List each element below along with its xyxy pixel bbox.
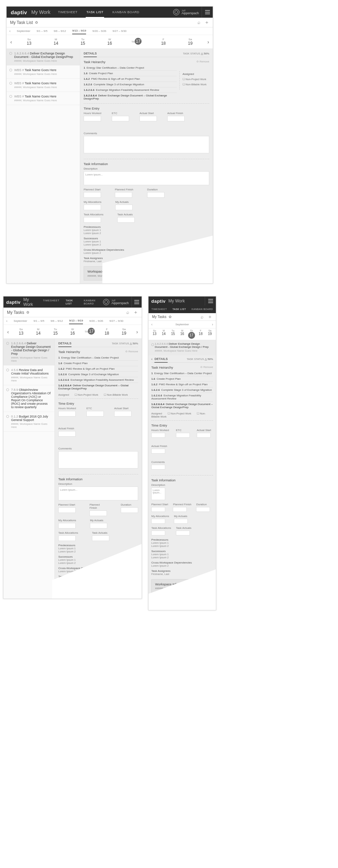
non-billable-checkbox[interactable]: Non-Billable Work: [183, 83, 209, 86]
tab-tasklist[interactable]: TASK LIST: [65, 296, 78, 309]
hours-worked-input[interactable]: [151, 433, 165, 438]
remove-button[interactable]: Remove: [200, 366, 213, 369]
hierarchy-row[interactable]: 1.6.2.6Complete Stage 3 of Exchange Migr…: [58, 372, 138, 377]
week-0[interactable]: 9/1 – 9/5: [33, 318, 44, 324]
week-1[interactable]: 9/6 – 9/12: [54, 28, 66, 34]
hierarchy-row[interactable]: 1.6Create Project Plan: [58, 361, 138, 366]
my-alloc-input[interactable]: [151, 519, 165, 524]
day-prev[interactable]: ‹: [7, 39, 16, 45]
gear-icon[interactable]: ✿: [26, 310, 29, 314]
week-4[interactable]: 9/27 – 9/30: [112, 28, 126, 34]
day-13[interactable]: Su13: [16, 36, 42, 48]
actual-finish-input[interactable]: [58, 431, 76, 437]
comments-input[interactable]: [58, 451, 138, 469]
tab-kanban[interactable]: KANBAN BOARD: [191, 304, 214, 314]
search-icon[interactable]: ⌕: [201, 314, 203, 320]
hierarchy-row[interactable]: 1Energy Star Certification – Data Center…: [58, 355, 138, 361]
hierarchy-row[interactable]: 1.6.2PMO Review & Sign-off on Project Pl…: [58, 366, 138, 372]
day-15[interactable]: Tu15: [168, 328, 178, 341]
hierarchy-row[interactable]: 1.6.2PMO Review & Sign-off on Project Pl…: [151, 382, 213, 387]
search-icon[interactable]: ⌕: [197, 19, 200, 26]
day-14[interactable]: M14: [29, 326, 47, 337]
hierarchy-row[interactable]: 1.6.2PMO Review & Sign-off on Project Pl…: [84, 76, 177, 82]
planned-finish-input[interactable]: [173, 507, 187, 512]
hierarchy-row[interactable]: 1.6.2.6.6.4Deliver Exchange Design Docum…: [84, 93, 177, 101]
planned-start-input[interactable]: [84, 192, 101, 198]
comments-input[interactable]: [151, 465, 165, 470]
duration-input[interactable]: [196, 507, 210, 512]
actual-finish-input[interactable]: [151, 449, 165, 454]
task-item[interactable]: 1.6.2.6.6.4 Deliver Exchange Design Docu…: [149, 340, 216, 355]
tab-tasklist[interactable]: TASK LIST: [172, 304, 187, 314]
my-alloc-input[interactable]: [84, 205, 101, 210]
tab-timesheet[interactable]: TIMESHEET: [57, 7, 78, 18]
etc-input[interactable]: [86, 411, 104, 416]
hierarchy-row[interactable]: 1.6.2.6.6.4Deliver Exchange Design Docum…: [58, 383, 138, 391]
task-actuals-input[interactable]: [92, 535, 109, 541]
planned-start-input[interactable]: [58, 507, 76, 513]
day-18[interactable]: F18: [196, 328, 205, 341]
non-billable-checkbox[interactable]: Non-Billable Work: [104, 393, 128, 396]
planned-finish-input[interactable]: [115, 192, 132, 198]
hierarchy-row[interactable]: 1.6.2.6.6Exchange Migration Feasibility …: [151, 393, 213, 402]
day-13[interactable]: Su13: [12, 326, 29, 337]
tab-timesheet[interactable]: TIMESHEET: [151, 304, 168, 314]
hierarchy-row[interactable]: 1.6.2.6.6Exchange Migration Feasibility …: [84, 87, 177, 93]
task-item[interactable]: 1.6.2.6.6.4 Deliver Exchange Design Docu…: [3, 339, 54, 366]
add-icon[interactable]: ＋: [133, 309, 138, 316]
back-icon[interactable]: ‹: [151, 357, 152, 361]
day-14[interactable]: M14: [159, 328, 169, 341]
week-2[interactable]: 9/13 – 9/19: [69, 318, 83, 324]
task-item[interactable]: WBS # Task Name Goes Here#####, Workspac…: [7, 92, 80, 105]
day-prev[interactable]: ‹: [3, 329, 12, 335]
non-project-checkbox[interactable]: Non-Project Work: [183, 78, 209, 81]
details-tab[interactable]: DETAILS: [154, 357, 168, 363]
task-alloc-input[interactable]: [84, 217, 101, 223]
hierarchy-row[interactable]: 1.6.2.6Complete Stage 3 of Exchange Migr…: [151, 387, 213, 393]
gear-icon[interactable]: ✿: [169, 315, 171, 319]
non-project-checkbox[interactable]: Non-Project Work: [168, 412, 191, 415]
comments-input[interactable]: [84, 136, 209, 153]
planned-finish-input[interactable]: [90, 510, 107, 516]
hierarchy-row[interactable]: 1Energy Star Certification – Data Center…: [84, 65, 177, 71]
task-item[interactable]: WBS # Task Name Goes Here#####, Workspac…: [7, 66, 80, 79]
day-16[interactable]: W16: [64, 326, 81, 337]
week-3[interactable]: 9/20 – 9/26: [92, 28, 106, 34]
hierarchy-row[interactable]: 1.6.2.6.6Exchange Migration Feasibility …: [58, 377, 138, 383]
day-19[interactable]: Sa19: [177, 36, 204, 48]
actual-finish-input[interactable]: [167, 116, 185, 121]
description-input[interactable]: Lorem Ipsum...: [84, 171, 209, 185]
planned-start-input[interactable]: [151, 507, 165, 512]
week-next[interactable]: ›: [212, 323, 213, 326]
day-next[interactable]: ›: [133, 329, 142, 335]
task-item[interactable]: 0.1.2 Budget 2016 Q3 July General Suppor…: [3, 412, 54, 432]
task-item[interactable]: 1.6.2.6.6.4 Deliver Exchange Design Docu…: [7, 49, 80, 66]
duration-input[interactable]: [147, 192, 164, 198]
hours-worked-input[interactable]: [58, 411, 76, 416]
day-13[interactable]: Su13: [150, 328, 159, 341]
menu-icon[interactable]: [132, 297, 142, 308]
task-actuals-input[interactable]: [176, 531, 190, 535]
my-actuals-input[interactable]: [90, 523, 107, 528]
add-icon[interactable]: ＋: [204, 19, 209, 26]
description-input[interactable]: Lorem Ipsum...: [58, 487, 138, 500]
remove-button[interactable]: Remove: [196, 60, 209, 63]
hierarchy-row[interactable]: 1.6.2.6.6.4Deliver Exchange Design Docum…: [151, 402, 213, 410]
day-17[interactable]: Th17: [123, 36, 150, 48]
task-actuals-input[interactable]: [117, 217, 135, 223]
week-3[interactable]: 9/20 – 9/26: [89, 318, 103, 324]
actual-start-input[interactable]: [197, 433, 211, 438]
hierarchy-row[interactable]: 1Energy Star Certification – Data Center…: [151, 371, 213, 376]
week-2[interactable]: 9/13 – 9/19: [72, 28, 86, 34]
menu-icon[interactable]: [202, 7, 213, 18]
actual-start-input[interactable]: [140, 116, 157, 121]
day-18[interactable]: F18: [98, 326, 115, 337]
hierarchy-row[interactable]: 1.6Create Project Plan: [84, 71, 177, 76]
week-0[interactable]: 9/1 – 9/5: [36, 28, 47, 34]
tab-timesheet[interactable]: TIMESHEET: [42, 296, 60, 309]
hierarchy-row[interactable]: 1.6.2.6Complete Stage 3 of Exchange Migr…: [84, 82, 177, 87]
tab-kanban[interactable]: KANBAN BOARD: [83, 296, 103, 309]
duration-input[interactable]: [121, 507, 138, 513]
week-prev[interactable]: ‹: [9, 29, 10, 33]
remove-button[interactable]: Remove: [125, 350, 138, 353]
